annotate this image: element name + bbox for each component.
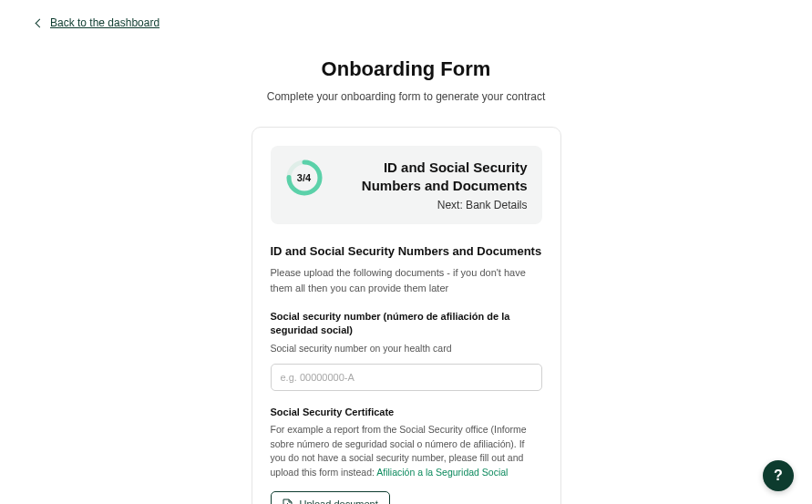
back-to-dashboard-link[interactable]: Back to the dashboard [36,16,159,29]
ssn-input[interactable] [271,364,542,391]
section-description: Please upload the following documents - … [271,265,542,295]
page-title: Onboarding Form [0,57,812,81]
upload-document-button[interactable]: Upload document [271,491,390,504]
progress-next: Next: Bank Details [334,199,528,211]
chevron-left-icon [36,18,45,27]
affiliation-link[interactable]: Afiliación a la Seguridad Social [376,467,508,478]
progress-heading: ID and Social Security Numbers and Docum… [334,159,528,196]
document-icon [283,499,293,504]
upload-button-label: Upload document [300,499,378,504]
onboarding-card: 3/4 ID and Social Security Numbers and D… [252,127,561,505]
question-icon: ? [774,468,783,484]
progress-box: 3/4 ID and Social Security Numbers and D… [271,146,542,225]
progress-step-label: 3/4 [285,159,324,197]
ssn-help: Social security number on your health ca… [271,342,542,356]
back-link-label: Back to the dashboard [50,16,159,29]
ssc-label: Social Security Certificate [271,406,542,419]
page-subtitle: Complete your onboarding form to generat… [0,90,812,103]
help-fab-button[interactable]: ? [763,460,794,491]
ssn-label: Social security number (número de afilia… [271,310,542,338]
progress-text: ID and Social Security Numbers and Docum… [334,159,528,212]
progress-ring: 3/4 [285,159,324,197]
ssc-help: For example a report from the Social Sec… [271,423,542,480]
section-title: ID and Social Security Numbers and Docum… [271,244,542,258]
